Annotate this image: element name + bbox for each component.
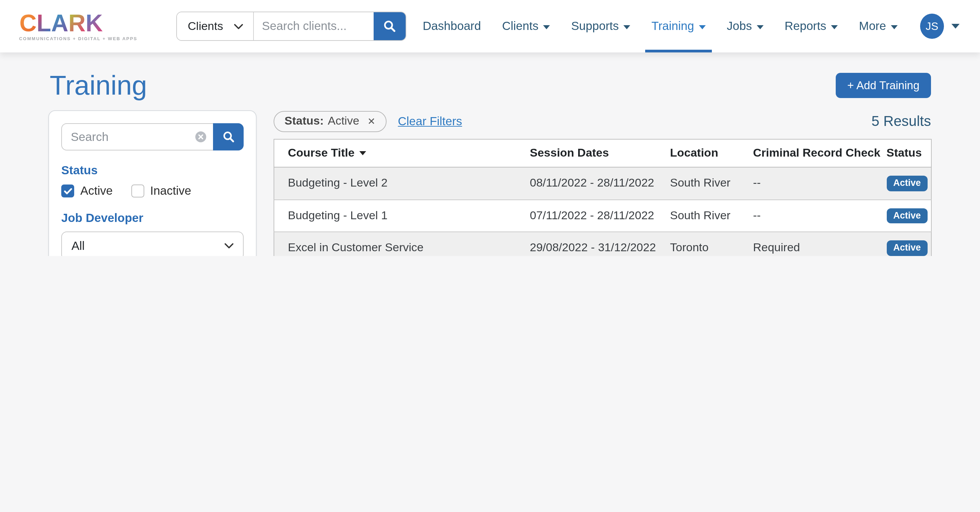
job-developer-heading: Job Developer	[61, 211, 243, 225]
table-row[interactable]: Excel in Customer Service 29/08/2022 - 3…	[274, 232, 931, 256]
table-row[interactable]: Budgeting - Level 1 07/11/2022 - 28/11/2…	[274, 199, 931, 232]
cell-session-dates: 08/11/2022 - 28/11/2022	[516, 167, 656, 199]
status-badge: Active	[886, 208, 928, 223]
chevron-down-icon	[891, 25, 898, 29]
top-navbar: C L A R K COMMUNICATIONS + DIGITAL + WEB…	[0, 0, 980, 53]
search-scope-value: Clients	[188, 19, 223, 33]
cell-location: South River	[656, 199, 740, 232]
filter-search-button[interactable]	[213, 123, 243, 150]
nav-item-clients[interactable]: Clients	[502, 0, 550, 53]
status-filter-options: Active Inactive	[61, 184, 243, 198]
cell-location: South River	[656, 167, 740, 199]
checkbox-unchecked-icon	[131, 185, 144, 198]
user-menu: JS	[920, 14, 959, 39]
status-inactive-checkbox[interactable]: Inactive	[131, 184, 191, 198]
filter-sidebar: Status Active Inactive Job Developer All	[48, 110, 256, 256]
logo-letter: C	[19, 11, 37, 35]
nav-item-more[interactable]: More	[859, 0, 898, 53]
column-header-status[interactable]: Status	[873, 139, 931, 167]
column-header-criminal-record-check[interactable]: Criminal Record Check	[740, 139, 873, 167]
status-filter-chip: Status: Active ✕	[274, 111, 386, 132]
cell-status: Active	[873, 167, 931, 199]
chevron-down-icon	[831, 25, 838, 29]
cell-course-title: Budgeting - Level 2	[274, 167, 516, 199]
clear-filters-link[interactable]: Clear Filters	[398, 114, 462, 128]
nav-label: Jobs	[727, 19, 752, 33]
cell-course-title: Budgeting - Level 1	[274, 199, 516, 232]
global-search-input[interactable]	[254, 12, 374, 40]
status-active-checkbox[interactable]: Active	[61, 184, 113, 198]
global-search-group: Clients	[176, 11, 406, 41]
clark-logo[interactable]: C L A R K COMMUNICATIONS + DIGITAL + WEB…	[19, 11, 137, 41]
add-training-button[interactable]: + Add Training	[836, 72, 931, 98]
chevron-down-icon	[234, 24, 243, 29]
column-header-course-title[interactable]: Course Title	[274, 139, 516, 167]
results-count: 5 Results	[872, 113, 931, 129]
job-developer-select[interactable]: All	[61, 231, 243, 256]
checkbox-label: Inactive	[150, 184, 191, 198]
nav-label: Dashboard	[423, 19, 481, 33]
cell-criminal-record-check: --	[740, 167, 873, 199]
clear-input-icon[interactable]	[195, 131, 206, 142]
logo-letter: L	[37, 11, 51, 35]
select-value: All	[72, 239, 85, 253]
column-label: Course Title	[288, 147, 355, 160]
chevron-down-icon	[224, 243, 234, 249]
nav-item-jobs[interactable]: Jobs	[727, 0, 764, 53]
nav-item-training[interactable]: Training	[652, 0, 706, 53]
page-title: Training	[50, 69, 147, 101]
chevron-down-icon	[624, 25, 630, 29]
cell-status: Active	[873, 199, 931, 232]
chevron-down-icon[interactable]	[951, 24, 959, 29]
status-filter-heading: Status	[61, 163, 243, 178]
nav-item-supports[interactable]: Supports	[571, 0, 630, 53]
filter-search-field	[61, 123, 213, 150]
main-nav: Dashboard Clients Supports Training Jobs…	[423, 0, 959, 53]
logo-letter: A	[51, 11, 68, 35]
content: Status Active Inactive Job Developer All	[48, 110, 931, 256]
results-head: Status: Active ✕ Clear Filters 5 Results	[274, 110, 931, 132]
nav-item-dashboard[interactable]: Dashboard	[423, 0, 481, 53]
chip-value: Active	[328, 114, 360, 128]
sort-desc-icon	[360, 151, 366, 155]
cell-course-title: Excel in Customer Service	[274, 232, 516, 256]
cell-session-dates: 07/11/2022 - 28/11/2022	[516, 199, 656, 232]
search-icon	[383, 20, 396, 33]
cell-status: Active	[873, 232, 931, 256]
column-header-location[interactable]: Location	[656, 139, 740, 167]
chevron-down-icon	[699, 25, 706, 29]
chevron-down-icon	[543, 25, 550, 29]
nav-label: Supports	[571, 19, 619, 33]
cell-criminal-record-check: --	[740, 199, 873, 232]
nav-item-reports[interactable]: Reports	[785, 0, 838, 53]
app: C L A R K COMMUNICATIONS + DIGITAL + WEB…	[0, 0, 980, 256]
filter-search-group	[61, 123, 243, 150]
nav-label: Clients	[502, 19, 539, 33]
checkbox-checked-icon	[61, 185, 74, 198]
results-section: Status: Active ✕ Clear Filters 5 Results…	[274, 110, 931, 256]
table-header: Course Title Session Dates Location Crim…	[274, 139, 931, 167]
status-badge: Active	[886, 240, 928, 256]
global-search-button[interactable]	[374, 12, 406, 40]
logo-tagline: COMMUNICATIONS + DIGITAL + WEB APPS	[19, 37, 137, 41]
table-row[interactable]: Budgeting - Level 2 08/11/2022 - 28/11/2…	[274, 167, 931, 199]
clark-logo-word: C L A R K	[19, 11, 137, 35]
search-scope-select[interactable]: Clients	[177, 12, 253, 40]
chip-label: Status:	[285, 114, 324, 128]
logo-letter: R	[68, 11, 86, 35]
status-badge: Active	[886, 175, 928, 191]
cell-location: Toronto	[656, 232, 740, 256]
chevron-down-icon	[757, 25, 764, 29]
nav-label: More	[859, 19, 886, 33]
logo-letter: K	[85, 11, 102, 35]
column-header-session-dates[interactable]: Session Dates	[516, 139, 656, 167]
close-icon[interactable]: ✕	[368, 116, 375, 126]
cell-criminal-record-check: Required	[740, 232, 873, 256]
cell-session-dates: 29/08/2022 - 31/12/2022	[516, 232, 656, 256]
checkbox-label: Active	[80, 184, 113, 198]
filter-search-input[interactable]	[62, 130, 213, 144]
training-table: Course Title Session Dates Location Crim…	[274, 139, 932, 256]
avatar[interactable]: JS	[920, 14, 944, 39]
page-head: Training + Add Training	[50, 69, 931, 101]
search-icon	[222, 131, 234, 143]
